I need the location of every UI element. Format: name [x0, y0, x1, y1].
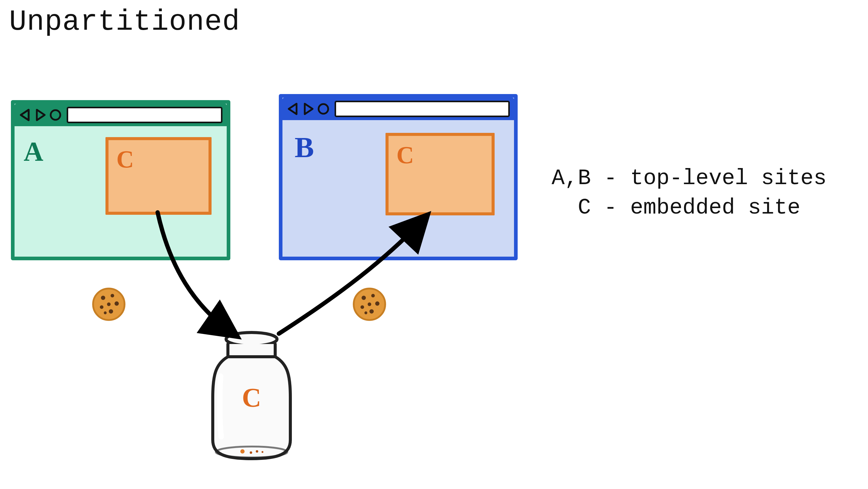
svg-point-8: [107, 303, 111, 306]
svg-point-12: [362, 296, 366, 300]
forward-icon: [301, 102, 315, 116]
browser-body-b: B C: [282, 120, 514, 257]
address-bar-a: [67, 107, 222, 123]
browser-window-b: B C: [279, 94, 518, 260]
embedded-frame-b: C: [385, 133, 495, 215]
svg-point-7: [100, 306, 104, 309]
svg-point-21: [240, 449, 245, 454]
svg-point-2: [318, 104, 328, 114]
reload-icon: [49, 108, 62, 122]
svg-point-16: [368, 303, 371, 306]
cookie-icon: [351, 286, 387, 322]
svg-point-10: [104, 312, 106, 314]
site-b-label: B: [294, 131, 314, 164]
cookie-icon: [91, 286, 127, 322]
svg-point-15: [361, 306, 364, 309]
nav-buttons-a: [18, 108, 62, 122]
svg-point-4: [101, 296, 105, 300]
svg-point-5: [111, 294, 114, 297]
site-a-label: A: [24, 136, 43, 167]
svg-point-22: [250, 451, 252, 454]
embedded-label-b: C: [396, 141, 414, 169]
svg-point-19: [226, 333, 277, 346]
forward-icon: [33, 108, 47, 122]
svg-point-9: [109, 309, 113, 314]
svg-point-24: [261, 451, 264, 453]
legend: A,B - top-level sites C - embedded site: [552, 164, 827, 223]
svg-point-18: [364, 312, 367, 314]
reload-icon: [316, 102, 330, 116]
cookie-jar-icon: C: [206, 330, 297, 461]
embedded-label-a: C: [116, 146, 134, 173]
embedded-frame-a: C: [105, 137, 212, 215]
nav-buttons-b: [286, 102, 330, 116]
address-bar-b: [335, 101, 510, 117]
svg-point-23: [256, 450, 258, 453]
browser-chrome-a: [14, 104, 227, 126]
back-icon: [286, 102, 300, 116]
svg-point-14: [375, 301, 379, 306]
diagram-stage: Unpartitioned A,B - top-level sites C - …: [0, 0, 868, 489]
diagram-title: Unpartitioned: [9, 5, 240, 38]
browser-chrome-b: [282, 98, 514, 120]
browser-body-a: A C: [14, 126, 227, 257]
legend-line-2: C - embedded site: [552, 195, 800, 220]
svg-point-13: [371, 294, 375, 297]
svg-point-1: [51, 110, 60, 120]
back-icon: [18, 108, 32, 122]
legend-line-1: A,B - top-level sites: [552, 166, 827, 191]
svg-point-6: [115, 301, 119, 306]
cookie-jar-label: C: [206, 382, 297, 413]
svg-point-17: [369, 309, 374, 314]
browser-window-a: A C: [11, 100, 230, 260]
